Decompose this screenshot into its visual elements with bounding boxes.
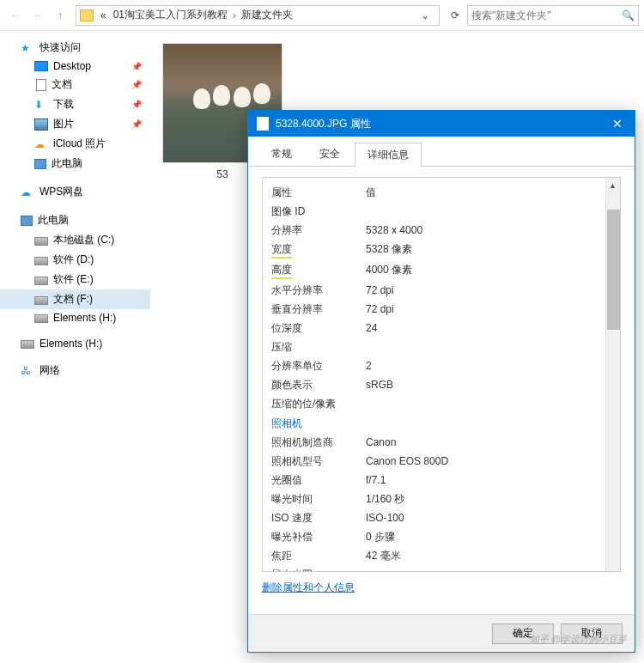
monitor-icon: [34, 61, 48, 71]
computer-icon: [34, 159, 46, 169]
toolbar: ← → ↑ « 01淘宝美工入门系列教程 › 新建文件夹 ⌄ ⟳ 🔍: [0, 0, 644, 31]
scrollbar-thumb[interactable]: [607, 210, 620, 330]
property-value: [366, 339, 611, 355]
property-row[interactable]: 曝光时间1/160 秒: [263, 490, 620, 508]
property-value: 72 dpi: [366, 301, 611, 317]
property-key: 照相机制造商: [271, 435, 366, 450]
sidebar-item-drive-h[interactable]: Elements (H:): [0, 309, 150, 326]
document-icon: [36, 79, 46, 91]
close-button[interactable]: ✕: [600, 111, 635, 137]
breadcrumb-item[interactable]: 新建文件夹: [238, 8, 296, 22]
pin-icon: 📌: [131, 62, 142, 71]
drive-icon: [21, 340, 34, 349]
sidebar-elements[interactable]: Elements (H:): [0, 335, 150, 352]
sidebar-item-label: 文档: [52, 77, 72, 92]
property-row[interactable]: 垂直分辨率72 dpi: [263, 300, 620, 319]
properties-list: 属性值图像 ID分辨率5328 x 4000宽度5328 像素高度4000 像素…: [262, 177, 621, 572]
remove-properties-link[interactable]: 删除属性和个人信息: [262, 581, 355, 595]
property-key: 光圈值: [271, 472, 366, 488]
property-row[interactable]: 压缩: [263, 338, 620, 356]
property-value: [366, 204, 611, 219]
sidebar-item-drive-f[interactable]: 文档 (F:): [0, 289, 150, 309]
drive-icon: [34, 296, 48, 305]
sidebar-thispc-header[interactable]: 此电脑: [0, 210, 150, 230]
sidebar-item-downloads[interactable]: ⬇下载📌: [0, 94, 150, 114]
property-value: 24: [366, 320, 611, 336]
scroll-up-icon[interactable]: ▲: [606, 178, 619, 192]
breadcrumb-item[interactable]: 01淘宝美工入门系列教程: [110, 8, 231, 22]
pictures-icon: [34, 119, 48, 131]
property-row[interactable]: 宽度5328 像素: [263, 240, 620, 260]
property-row[interactable]: 光圈值f/7.1: [263, 471, 620, 490]
property-value: f/7.1: [366, 472, 611, 488]
sidebar-item-drive-c[interactable]: 本地磁盘 (C:): [0, 230, 150, 250]
sidebar-item-pictures[interactable]: 图片📌: [0, 114, 150, 134]
property-row[interactable]: 分辨率5328 x 4000: [263, 221, 620, 240]
breadcrumb-root[interactable]: «: [97, 9, 110, 21]
nav-back-button[interactable]: ←: [5, 5, 26, 26]
sidebar-item-label: iCloud 照片: [53, 137, 106, 151]
property-row[interactable]: 分辨率单位2: [263, 356, 620, 375]
property-key: 属性: [271, 185, 366, 200]
watermark: 知乎 @学设计的小豆芽: [530, 633, 627, 646]
sidebar-label: 快速访问: [39, 40, 81, 55]
property-key: 压缩: [271, 339, 366, 355]
property-row[interactable]: 最大光圈: [263, 565, 620, 571]
search-box[interactable]: 🔍: [467, 5, 639, 26]
pin-icon: 📌: [131, 119, 142, 129]
sidebar-label: WPS网盘: [39, 185, 83, 199]
property-key: 压缩的位/像素: [271, 396, 366, 411]
property-row[interactable]: 属性值: [263, 183, 620, 202]
property-row[interactable]: 照相机制造商Canon: [263, 433, 620, 452]
property-row[interactable]: 压缩的位/像素: [263, 394, 620, 413]
sidebar-item-drive-d[interactable]: 软件 (D:): [0, 250, 150, 270]
search-input[interactable]: [471, 9, 622, 21]
property-value: ISO-100: [366, 510, 611, 526]
sidebar-label: 此电脑: [38, 213, 69, 228]
download-icon: ⬇: [34, 99, 48, 111]
property-row[interactable]: 颜色表示sRGB: [263, 375, 620, 394]
property-row[interactable]: ISO 速度ISO-100: [263, 508, 620, 527]
property-key: 高度: [271, 262, 366, 279]
property-value: 0 步骤: [366, 529, 611, 544]
property-key: 宽度: [271, 241, 366, 259]
property-row[interactable]: 位深度24: [263, 319, 620, 338]
sidebar-wps[interactable]: ☁WPS网盘: [0, 182, 150, 202]
sidebar-item-label: 此电脑: [52, 156, 82, 171]
tab-general[interactable]: 常规: [258, 142, 305, 166]
property-value: 值: [366, 185, 611, 200]
nav-up-button[interactable]: ↑: [50, 5, 70, 26]
sidebar-item-desktop[interactable]: Desktop📌: [0, 58, 150, 75]
sidebar-item-thispc[interactable]: 此电脑: [0, 154, 150, 173]
property-row[interactable]: 照相机型号Canon EOS 800D: [263, 452, 620, 471]
address-bar[interactable]: « 01淘宝美工入门系列教程 › 新建文件夹 ⌄: [76, 5, 440, 26]
property-value: 42 毫米: [366, 548, 611, 563]
property-key: 分辨率: [271, 222, 366, 238]
sidebar-item-documents[interactable]: 文档📌: [0, 75, 150, 94]
sidebar-item-icloud[interactable]: ☁iCloud 照片: [0, 134, 150, 154]
property-row[interactable]: 高度4000 像素: [263, 260, 620, 281]
nav-forward-button[interactable]: →: [27, 5, 48, 26]
breadcrumb-sep: ›: [231, 9, 238, 21]
sidebar-network[interactable]: 🖧网络: [0, 361, 150, 380]
property-row[interactable]: 图像 ID: [263, 202, 620, 221]
refresh-button[interactable]: ⟳: [445, 5, 465, 26]
dialog-tabs: 常规 安全 详细信息: [248, 137, 635, 167]
property-key: 曝光补偿: [271, 529, 366, 544]
property-row[interactable]: 水平分辨率72 dpi: [263, 281, 620, 300]
scrollbar[interactable]: ▲: [605, 178, 620, 571]
tab-details[interactable]: 详细信息: [355, 143, 422, 167]
dialog-body: 属性值图像 ID分辨率5328 x 4000宽度5328 像素高度4000 像素…: [248, 167, 635, 605]
property-key: 照相机型号: [271, 453, 366, 469]
dialog-titlebar[interactable]: 5328.4000.JPG 属性 ✕: [248, 111, 635, 137]
property-row[interactable]: 焦距42 毫米: [263, 546, 620, 565]
sidebar-item-label: Desktop: [53, 60, 91, 72]
property-key: 图像 ID: [271, 204, 366, 219]
tab-security[interactable]: 安全: [307, 142, 353, 166]
sidebar-item-drive-e[interactable]: 软件 (E:): [0, 270, 150, 289]
sidebar-quick-access[interactable]: ★快速访问: [0, 38, 150, 58]
property-row[interactable]: 曝光补偿0 步骤: [263, 527, 620, 546]
property-section: 照相机: [263, 413, 620, 433]
pin-icon: 📌: [131, 100, 142, 109]
chevron-down-icon[interactable]: ⌄: [415, 5, 435, 26]
